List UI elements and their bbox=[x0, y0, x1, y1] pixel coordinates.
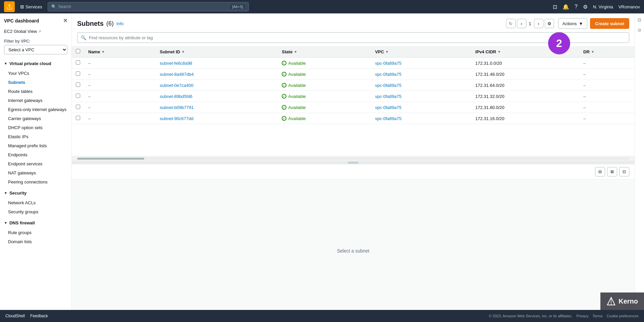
row-subnet-id-4: subnet-89bd5fd6 bbox=[156, 91, 278, 102]
col-subnet-id[interactable]: Subnet ID ▼ bbox=[156, 46, 278, 57]
actions-chevron-icon: ▼ bbox=[579, 21, 583, 26]
sidebar-item-domain-lists[interactable]: Domain lists bbox=[0, 237, 71, 246]
sidebar-item-subnets[interactable]: Subnets bbox=[0, 78, 71, 87]
sidebar-item-elastic-ips[interactable]: Elastic IPs bbox=[0, 132, 71, 141]
row-vpc-3: vpc-0fa89a75 bbox=[371, 80, 471, 91]
row-checkbox-3[interactable] bbox=[76, 83, 80, 87]
subnet-count: (6) bbox=[106, 20, 114, 27]
sidebar-item-endpoints[interactable]: Endpoints bbox=[0, 150, 71, 159]
select-subnet-label: Select a subnet bbox=[337, 248, 370, 254]
search-filter-bar[interactable]: 🔍 bbox=[77, 32, 629, 43]
vpc-filter-select[interactable]: Select a VPC bbox=[4, 45, 67, 54]
info-link[interactable]: Info bbox=[116, 21, 124, 26]
security-section-header[interactable]: ▼ Security bbox=[0, 188, 71, 198]
actions-button[interactable]: Actions ▼ bbox=[558, 18, 588, 29]
row-state-6: ✓ Available bbox=[278, 113, 371, 124]
sidebar-item-peering-connections[interactable]: Peering connections bbox=[0, 177, 71, 186]
sidebar-item-route-tables[interactable]: Route tables bbox=[0, 87, 71, 96]
security-section: ▼ Security Network ACLs Security groups bbox=[0, 188, 71, 216]
cookie-preferences-link[interactable]: Cookie preferences bbox=[607, 314, 639, 318]
sidebar-item-endpoint-services[interactable]: Endpoint services bbox=[0, 159, 71, 168]
sidebar-item-security-groups[interactable]: Security groups bbox=[0, 207, 71, 216]
row-state-2: ✓ Available bbox=[278, 69, 371, 80]
help-icon[interactable]: ? bbox=[575, 4, 578, 10]
row-checkbox-5[interactable] bbox=[76, 105, 80, 109]
subnets-table: Name ▼ Subnet ID ▼ bbox=[72, 46, 635, 156]
region-selector[interactable]: N. Virginia bbox=[593, 4, 613, 9]
panel-divider[interactable] bbox=[72, 161, 635, 164]
notifications-icon[interactable]: ⊡ bbox=[553, 4, 557, 10]
create-subnet-button[interactable]: Create subnet bbox=[590, 18, 629, 29]
table-settings-button[interactable]: ⚙ bbox=[545, 19, 554, 28]
terms-link[interactable]: Terms bbox=[593, 314, 603, 318]
global-search-bar[interactable]: 🔍 Search [Alt+S] bbox=[48, 2, 249, 11]
status-icon-1: ✓ bbox=[282, 61, 286, 65]
cloudshell-label[interactable]: CloudShell bbox=[5, 314, 25, 318]
refresh-button[interactable]: ↻ bbox=[506, 19, 516, 28]
right-icon-2[interactable]: ⊙ bbox=[636, 26, 643, 34]
row-ipv4-1: 172.31.0.0/20 bbox=[471, 57, 579, 69]
vpc-dashboard-title[interactable]: VPC dashboard bbox=[4, 18, 39, 23]
table-row: – subnet-b09b7791 ✓ Available vpc-0fa89a… bbox=[72, 102, 635, 113]
right-icon-1[interactable]: ⊡ bbox=[636, 16, 643, 23]
table-row: – subnet-fe6c8a98 ✓ Available vpc-0fa89a… bbox=[72, 57, 635, 69]
row-checkbox-6[interactable] bbox=[76, 116, 80, 120]
vpc-section: ▼ Virtual private cloud Your VPCs Subnet… bbox=[0, 58, 71, 186]
row-name-4: – bbox=[84, 91, 156, 102]
prev-page-button[interactable]: ‹ bbox=[517, 19, 526, 28]
sidebar-item-carrier-gateways[interactable]: Carrier gateways bbox=[0, 114, 71, 123]
sidebar-item-managed-prefix-lists[interactable]: Managed prefix lists bbox=[0, 141, 71, 150]
row-checkbox-4[interactable] bbox=[76, 94, 80, 98]
settings-icon[interactable]: ⚙ bbox=[583, 4, 588, 10]
feedback-label[interactable]: Feedback bbox=[30, 314, 48, 318]
footer-copyright: © 2023, Amazon Web Services, Inc. or its… bbox=[489, 314, 639, 318]
horizontal-scrollbar[interactable] bbox=[72, 156, 635, 161]
col-dr[interactable]: DR ▼ bbox=[579, 46, 635, 57]
next-page-button[interactable]: › bbox=[534, 19, 543, 28]
toolbar-right: ↻ ‹ 1 › ⚙ Actions ▼ Create subnet bbox=[506, 18, 629, 29]
resize-handle bbox=[348, 162, 358, 163]
sidebar-item-rule-groups[interactable]: Rule groups bbox=[0, 228, 71, 237]
bottom-nav-left: CloudShell Feedback bbox=[5, 314, 48, 318]
table-row: – subnet-89bd5fd6 ✓ Available vpc-0fa89a… bbox=[72, 91, 635, 102]
sidebar-item-your-vpcs[interactable]: Your VPCs bbox=[0, 69, 71, 78]
col-state[interactable]: State ▼ bbox=[278, 46, 371, 57]
sidebar-item-egress-only[interactable]: Egress-only internet gateways bbox=[0, 105, 71, 114]
row-dr-3: – bbox=[579, 80, 635, 91]
col-vpc[interactable]: VPC ▼ bbox=[371, 46, 471, 57]
view-tabs-button[interactable]: ⊡ bbox=[619, 167, 629, 176]
sidebar-close-button[interactable]: ✕ bbox=[63, 17, 67, 24]
view-split-button[interactable]: ⊞ bbox=[607, 167, 617, 176]
col-sort-icon-subnet: ▼ bbox=[181, 50, 185, 54]
dns-firewall-section-header[interactable]: ▼ DNS firewall bbox=[0, 218, 71, 228]
user-menu[interactable]: VRomanov bbox=[619, 4, 640, 9]
row-name-3: – bbox=[84, 80, 156, 91]
scrollbar-thumb[interactable] bbox=[77, 158, 144, 160]
aws-logo[interactable] bbox=[4, 1, 15, 12]
row-name-6: – bbox=[84, 113, 156, 124]
row-subnet-id-2: subnet-8a487db4 bbox=[156, 69, 278, 80]
col-sort-icon-state: ▼ bbox=[294, 50, 297, 54]
row-checkbox-1[interactable] bbox=[76, 60, 80, 65]
row-subnet-id-6: subnet-90c677dd bbox=[156, 113, 278, 124]
bottom-empty-state: Select a subnet bbox=[72, 179, 635, 322]
dns-firewall-section-label: DNS firewall bbox=[9, 220, 35, 225]
sidebar-item-ec2-global-view[interactable]: EC2 Global View ↗ bbox=[0, 26, 71, 36]
security-section-label: Security bbox=[9, 191, 26, 196]
sidebar-item-network-acls[interactable]: Network ACLs bbox=[0, 198, 71, 207]
col-ipv4-cidr[interactable]: IPv4 CIDR ▼ bbox=[471, 46, 579, 57]
search-input[interactable] bbox=[89, 35, 626, 40]
sidebar-item-dhcp-option-sets[interactable]: DHCP option sets bbox=[0, 123, 71, 132]
row-state-5: ✓ Available bbox=[278, 102, 371, 113]
bell-icon[interactable]: 🔔 bbox=[562, 4, 569, 10]
select-all-checkbox[interactable] bbox=[76, 49, 80, 53]
col-name[interactable]: Name ▼ bbox=[84, 46, 156, 57]
view-detail-button[interactable]: ⊟ bbox=[595, 167, 605, 176]
privacy-link[interactable]: Privacy bbox=[577, 314, 589, 318]
vpc-section-header[interactable]: ▼ Virtual private cloud bbox=[0, 58, 71, 69]
sidebar-item-internet-gateways[interactable]: Internet gateways bbox=[0, 96, 71, 105]
chevron-down-icon-dns: ▼ bbox=[4, 221, 7, 225]
sidebar-item-nat-gateways[interactable]: NAT gateways bbox=[0, 168, 71, 177]
row-checkbox-2[interactable] bbox=[76, 71, 80, 76]
services-menu-button[interactable]: ⊞ Services bbox=[17, 3, 45, 11]
